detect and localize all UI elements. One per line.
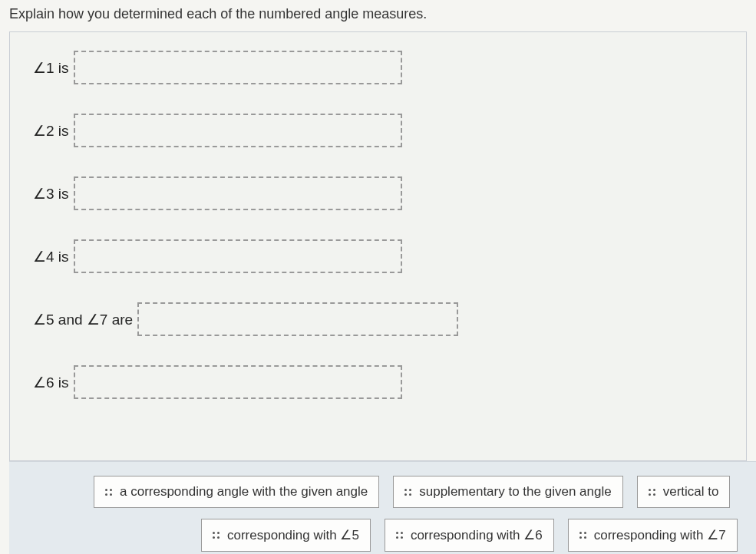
drop-target-3[interactable] xyxy=(74,176,402,210)
grip-icon xyxy=(396,532,403,539)
row-angle-2: ∠2 is xyxy=(33,114,723,147)
tile-label: a corresponding angle with the given ang… xyxy=(120,484,368,500)
work-area: ∠1 is ∠2 is ∠3 is ∠4 is ∠5 and ∠7 are ∠6… xyxy=(9,31,747,461)
label-angle-3: ∠3 is xyxy=(33,185,69,203)
answer-bank: a corresponding angle with the given ang… xyxy=(9,461,756,554)
tile-corresponding-given[interactable]: a corresponding angle with the given ang… xyxy=(94,476,379,508)
label-angle-2: ∠2 is xyxy=(33,122,69,140)
label-angle-1: ∠1 is xyxy=(33,59,69,77)
grip-icon xyxy=(649,489,655,496)
tile-corresponding-6[interactable]: corresponding with ∠6 xyxy=(385,519,554,552)
tile-corresponding-5[interactable]: corresponding with ∠5 xyxy=(201,519,371,552)
drop-target-2[interactable] xyxy=(74,114,402,147)
row-angle-6: ∠6 is xyxy=(33,365,723,399)
grip-icon xyxy=(213,532,220,539)
grip-icon xyxy=(105,489,112,496)
grip-icon xyxy=(404,489,411,496)
instruction-text: Explain how you determined each of the n… xyxy=(0,0,756,28)
grip-icon xyxy=(579,532,586,539)
tile-supplementary-given[interactable]: supplementary to the given angle xyxy=(393,476,622,508)
drop-target-6[interactable] xyxy=(74,365,402,399)
label-angle-4: ∠4 is xyxy=(33,248,69,265)
tile-label: corresponding with ∠6 xyxy=(411,527,543,543)
row-angle-5-7: ∠5 and ∠7 are xyxy=(33,302,723,336)
bank-row-1: a corresponding angle with the given ang… xyxy=(25,476,741,508)
row-angle-3: ∠3 is xyxy=(33,176,723,210)
label-angle-5-7: ∠5 and ∠7 are xyxy=(33,311,133,328)
drop-target-1[interactable] xyxy=(74,51,402,84)
tile-vertical-to[interactable]: vertical to xyxy=(637,476,731,508)
drop-target-5-7[interactable] xyxy=(137,302,458,336)
tile-label: supplementary to the given angle xyxy=(419,484,611,500)
bank-row-2: corresponding with ∠5 corresponding with… xyxy=(25,519,741,552)
row-angle-4: ∠4 is xyxy=(33,239,723,273)
tile-label: vertical to xyxy=(663,484,719,500)
tile-corresponding-7[interactable]: corresponding with ∠7 xyxy=(568,519,738,552)
row-angle-1: ∠1 is xyxy=(33,51,723,84)
tile-label: corresponding with ∠7 xyxy=(594,527,726,543)
tile-label: corresponding with ∠5 xyxy=(227,527,359,543)
drop-target-4[interactable] xyxy=(74,239,402,273)
label-angle-6: ∠6 is xyxy=(33,374,69,391)
